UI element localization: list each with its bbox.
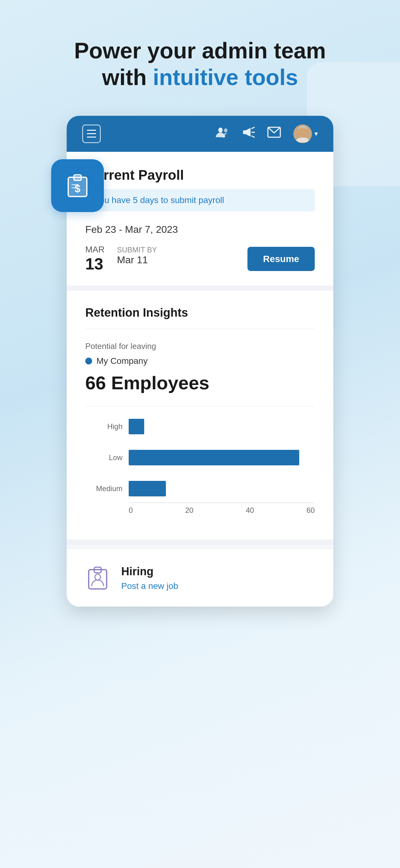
hiring-section: Hiring Post a new job [67, 550, 333, 607]
svg-rect-2 [74, 175, 81, 180]
menu-line-1 [87, 130, 96, 131]
phone-wrapper: $ [67, 116, 333, 607]
svg-point-7 [218, 128, 223, 132]
payroll-alert-banner: You have 5 days to submit payroll [85, 189, 315, 211]
megaphone-icon[interactable] [241, 126, 255, 141]
svg-line-13 [252, 136, 254, 137]
payroll-section: Current Payroll You have 5 days to submi… [67, 152, 333, 286]
section-divider-2 [67, 539, 333, 545]
payroll-svg-icon: $ [64, 172, 92, 199]
user-avatar [293, 124, 312, 143]
retention-section: Retention Insights Potential for leaving… [67, 290, 333, 539]
hero-section: Power your admin team with intuitive too… [0, 0, 400, 116]
axis-label-20: 20 [185, 506, 194, 515]
avatar-dropdown-arrow: ▾ [314, 130, 318, 138]
nav-icons-group: ▾ [215, 124, 318, 143]
menu-line-2 [87, 133, 96, 134]
axis-label-40: 40 [246, 506, 254, 515]
svg-point-8 [224, 128, 228, 132]
hero-line1: Power your admin team [74, 38, 326, 63]
employees-count: 66 Employees [85, 372, 315, 394]
svg-point-18 [95, 574, 100, 580]
bar-fill-low [129, 450, 299, 465]
section-divider-1 [67, 286, 333, 290]
axis-label-0: 0 [129, 506, 133, 515]
user-avatar-button[interactable]: ▾ [293, 124, 318, 143]
hero-line2-plain: with [102, 65, 153, 90]
bar-track-low [129, 450, 315, 465]
payroll-alert-text: You have 5 days to submit payroll [95, 195, 224, 205]
floating-payroll-icon: $ [51, 159, 104, 212]
submit-by-label: SUBMIT BY [117, 246, 157, 254]
chart-x-axis-labels: 0 20 40 60 [129, 506, 315, 515]
company-dot [85, 358, 92, 365]
retention-title: Retention Insights [85, 306, 315, 329]
hero-title: Power your admin team with intuitive too… [12, 37, 388, 91]
main-card: ▾ Current Payroll You have 5 days to sub… [67, 116, 333, 607]
main-content: Current Payroll You have 5 days to submi… [67, 152, 333, 607]
submit-by-date: Mar 11 [117, 254, 157, 266]
payroll-date-info: MAR 13 SUBMIT BY Mar 11 [85, 245, 157, 273]
payroll-title: Current Payroll [85, 167, 315, 183]
company-dot-row: My Company [85, 356, 315, 366]
menu-button[interactable] [82, 124, 101, 143]
bar-row-high: High [85, 419, 315, 434]
bar-row-low: Low [85, 450, 315, 465]
chart-x-axis-line [129, 503, 315, 503]
company-name: My Company [96, 356, 147, 366]
hiring-icon-wrap [85, 566, 110, 590]
resume-button[interactable]: Resume [247, 247, 315, 271]
post-job-link[interactable]: Post a new job [121, 581, 178, 591]
bar-track-medium [129, 481, 315, 496]
hero-accent: intuitive tools [153, 65, 298, 90]
bar-track-high [129, 419, 315, 434]
retention-bar-chart: High Low Medium [85, 419, 315, 524]
menu-line-3 [87, 136, 96, 137]
mail-icon[interactable] [267, 127, 281, 141]
payroll-month: MAR 13 [85, 245, 104, 273]
hiring-content: Hiring Post a new job [121, 565, 178, 591]
chart-divider [85, 406, 315, 406]
payroll-meta-row: MAR 13 SUBMIT BY Mar 11 Resume [85, 245, 315, 273]
bar-fill-medium [129, 481, 166, 496]
hiring-icon [86, 565, 109, 591]
potential-label: Potential for leaving [85, 341, 315, 351]
bar-label-low: Low [85, 453, 123, 462]
hiring-title: Hiring [121, 565, 178, 578]
bar-label-high: High [85, 422, 123, 431]
submit-by-block: SUBMIT BY Mar 11 [117, 246, 157, 266]
payroll-date-range: Feb 23 - Mar 7, 2023 [85, 224, 315, 235]
people-icon[interactable] [215, 126, 229, 141]
payroll-month-day: MAR 13 [85, 245, 104, 273]
bar-row-medium: Medium [85, 481, 315, 496]
navbar: ▾ [67, 116, 333, 152]
svg-rect-10 [243, 130, 245, 134]
svg-line-11 [252, 127, 254, 128]
bar-label-medium: Medium [85, 484, 123, 493]
axis-label-60: 60 [306, 506, 315, 515]
bar-fill-high [129, 419, 144, 434]
